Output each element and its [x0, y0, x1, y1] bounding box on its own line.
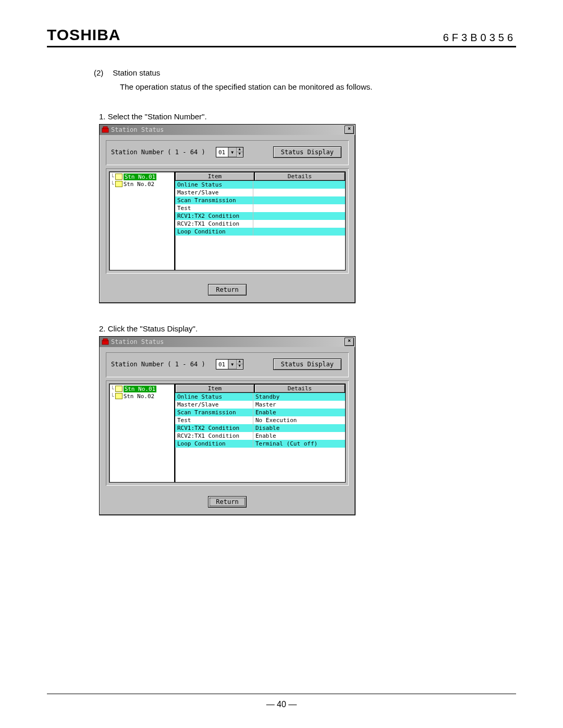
table-row: Loop Condition: [175, 228, 345, 236]
tree-item-label: Stn No.01: [124, 386, 157, 392]
table-row: Scan Transmission: [175, 196, 345, 204]
spinner-down-icon[interactable]: ▼: [237, 152, 243, 156]
content-panel: └ Stn No.01 └ Stn No.02 Item Details: [106, 168, 349, 274]
table-row: Scan TransmissionEnable: [175, 409, 345, 416]
chevron-down-icon[interactable]: ▼: [228, 360, 236, 369]
tree-item-stn1[interactable]: └ Stn No.01: [111, 173, 173, 180]
return-button[interactable]: Return: [208, 496, 246, 508]
table-row: RCV2:TX1 ConditionEnable: [175, 432, 345, 440]
cell-details: Terminal (Cut off): [253, 440, 345, 448]
cell-item: RCV1:TX2 Condition: [175, 212, 253, 220]
spinner-value: 01: [216, 360, 228, 369]
tree-item-stn2[interactable]: └ Stn No.02: [111, 180, 173, 188]
chevron-down-icon[interactable]: ▼: [228, 147, 236, 157]
cell-details: [253, 189, 345, 196]
return-button[interactable]: Return: [208, 284, 246, 295]
tree-item-label: Stn No.02: [124, 393, 155, 400]
cell-item: Online Status: [175, 393, 253, 401]
table-row: Test: [175, 204, 345, 212]
station-tree[interactable]: └ Stn No.01 └ Stn No.02: [109, 171, 175, 270]
section-description: The operation status of the specified st…: [120, 82, 516, 91]
table-row: RCV2:TX1 Condition: [175, 220, 345, 228]
dialog-titlebar: Station Status ×: [100, 125, 355, 135]
dialog-title: Station Status: [111, 338, 345, 346]
table-row: RCV1:TX2 ConditionDisable: [175, 424, 345, 432]
page-header: TOSHIBA 6F3B0356: [47, 26, 516, 47]
cell-item: Master/Slave: [175, 189, 253, 196]
dialog-titlebar: Station Status ×: [100, 337, 355, 347]
content-panel: └ Stn No.01 └ Stn No.02 Item Details: [106, 380, 349, 486]
cell-details: Master: [253, 401, 345, 409]
doc-id: 6F3B0356: [443, 32, 516, 44]
station-number-spinner[interactable]: 01 ▼ ▲ ▼: [216, 147, 243, 157]
col-details-header[interactable]: Details: [254, 172, 345, 181]
station-status-dialog-1: Station Status × Station Number ( 1 - 64…: [99, 124, 356, 303]
table-row: Master/SlaveMaster: [175, 401, 345, 409]
status-grid: Item Details Online StatusStandbyMaster/…: [175, 384, 346, 483]
cell-details: Disable: [253, 424, 345, 432]
dialog-title: Station Status: [111, 126, 345, 133]
step-1-text: 1. Select the "Station Number".: [99, 112, 516, 121]
grid-header: Item Details: [175, 384, 345, 393]
section-heading: (2) Station status: [94, 68, 516, 77]
table-row: Online StatusStandby: [175, 393, 345, 401]
cell-details: [253, 212, 345, 220]
table-row: TestNo Execution: [175, 416, 345, 424]
table-row: Loop ConditionTerminal (Cut off): [175, 440, 345, 448]
cell-item: Loop Condition: [175, 228, 253, 236]
folder-open-icon: [115, 174, 123, 180]
cell-details: [253, 181, 345, 189]
tree-item-stn1[interactable]: └ Stn No.01: [111, 385, 173, 392]
station-tree[interactable]: └ Stn No.01 └ Stn No.02: [109, 384, 175, 483]
logo-text: TOSHIBA: [47, 26, 120, 44]
cell-details: No Execution: [253, 416, 345, 424]
svg-rect-1: [103, 127, 107, 129]
col-item-header[interactable]: Item: [175, 384, 254, 393]
section-title: Station status: [113, 68, 160, 77]
status-display-button[interactable]: Status Display: [273, 359, 341, 370]
cell-item: Scan Transmission: [175, 409, 253, 416]
status-display-button[interactable]: Status Display: [273, 146, 341, 158]
cell-item: Master/Slave: [175, 401, 253, 409]
tree-item-label: Stn No.02: [124, 181, 155, 188]
folder-icon: [115, 181, 123, 187]
cell-details: [253, 228, 345, 236]
col-details-header[interactable]: Details: [254, 384, 345, 393]
grid-body-1: Online StatusMaster/SlaveScan Transmissi…: [175, 181, 345, 236]
dialog-footer: Return: [100, 491, 355, 515]
cell-item: RCV2:TX1 Condition: [175, 432, 253, 440]
cell-item: Test: [175, 416, 253, 424]
cell-item: Test: [175, 204, 253, 212]
page-number: ― 40 ―: [0, 700, 563, 709]
station-number-label: Station Number ( 1 - 64 ): [111, 149, 205, 156]
folder-open-icon: [115, 386, 123, 392]
cell-details: [253, 220, 345, 228]
cell-details: Enable: [253, 432, 345, 440]
cell-details: Standby: [253, 393, 345, 401]
station-number-panel: Station Number ( 1 - 64 ) 01 ▼ ▲ ▼ Statu…: [106, 352, 349, 377]
close-icon[interactable]: ×: [345, 338, 354, 346]
col-item-header[interactable]: Item: [175, 172, 254, 181]
grid-header: Item Details: [175, 172, 345, 181]
station-number-panel: Station Number ( 1 - 64 ) 01 ▼ ▲ ▼ Statu…: [106, 140, 349, 165]
cell-item: Loop Condition: [175, 440, 253, 448]
cell-item: Scan Transmission: [175, 196, 253, 204]
cell-item: RCV1:TX2 Condition: [175, 424, 253, 432]
folder-icon: [115, 393, 123, 399]
cell-details: [253, 204, 345, 212]
tree-item-stn2[interactable]: └ Stn No.02: [111, 392, 173, 400]
section-number: (2): [94, 68, 103, 77]
station-number-label: Station Number ( 1 - 64 ): [111, 361, 205, 368]
tree-item-label: Stn No.01: [124, 174, 157, 180]
step-2-text: 2. Click the "Status Display".: [99, 324, 516, 333]
cell-details: Enable: [253, 409, 345, 416]
spinner-down-icon[interactable]: ▼: [237, 364, 243, 368]
app-icon: [102, 338, 109, 346]
close-icon[interactable]: ×: [345, 126, 354, 134]
cell-details: [253, 196, 345, 204]
footer-rule: [47, 694, 516, 694]
station-status-dialog-2: Station Status × Station Number ( 1 - 64…: [99, 336, 356, 515]
table-row: Online Status: [175, 181, 345, 189]
cell-item: RCV2:TX1 Condition: [175, 220, 253, 228]
station-number-spinner[interactable]: 01 ▼ ▲ ▼: [216, 359, 243, 369]
